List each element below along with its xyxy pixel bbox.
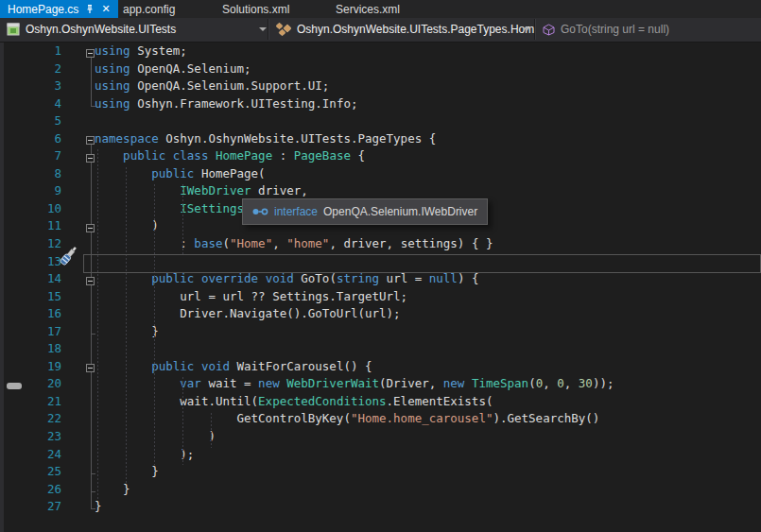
fold-toggle[interactable] <box>86 49 95 58</box>
quickinfo-tooltip: interface OpenQA.Selenium.IWebDriver <box>242 198 488 225</box>
tab-homepage-cs[interactable]: HomePage.cs ✕ <box>0 0 118 18</box>
type-dropdown[interactable]: Oshyn.OshynWebsite.UITests.PageTypes.Hom <box>269 18 539 41</box>
outline-elbow <box>91 106 95 107</box>
line-number[interactable]: 23 <box>0 428 61 446</box>
chevron-down-icon <box>523 27 530 31</box>
code-line[interactable]: 1using System; <box>0 43 761 60</box>
line-number[interactable]: 14 <box>0 270 61 288</box>
close-icon[interactable]: ✕ <box>101 4 110 14</box>
method-icon <box>543 24 555 36</box>
project-dropdown-label: Oshyn.OshynWebsite.UITests <box>26 23 176 36</box>
line-number[interactable]: 24 <box>0 446 61 464</box>
tab-label: Solutions.xml <box>222 3 289 16</box>
code-line[interactable]: 27} <box>0 498 761 516</box>
line-number[interactable]: 9 <box>0 182 61 200</box>
code-line[interactable]: 20 var wait = new WebDriverWait(Driver, … <box>0 375 761 393</box>
line-number[interactable]: 7 <box>0 147 61 165</box>
line-number[interactable]: 26 <box>0 481 61 499</box>
code-line[interactable]: 18 <box>0 340 761 358</box>
member-dropdown-label: GoTo(string url = null) <box>561 23 669 36</box>
tooltip-text: OpenQA.Selenium.IWebDriver <box>323 205 477 218</box>
outline-margin-line <box>91 53 92 106</box>
line-number[interactable]: 17 <box>0 323 61 341</box>
visual-studio-window: { "tabs": { "items": [ {"label": "HomePa… <box>0 0 761 532</box>
indent-guide <box>182 184 183 254</box>
code-text: Driver.Navigate().GoToUrl(url); <box>95 305 401 323</box>
tab-label: Services.xml <box>336 3 400 16</box>
line-number[interactable]: 12 <box>0 235 61 253</box>
code-line[interactable]: 12 : base("Home", "home", driver, settin… <box>0 235 761 253</box>
code-line[interactable]: 26 } <box>0 481 761 499</box>
navigation-bar: Oshyn.OshynWebsite.UITests Oshyn.OshynWe… <box>0 18 761 43</box>
fold-toggle[interactable] <box>86 364 95 372</box>
line-number[interactable]: 6 <box>0 130 61 148</box>
indent-guide <box>211 413 212 448</box>
line-number[interactable]: 21 <box>0 393 61 411</box>
line-number[interactable]: 15 <box>0 288 61 306</box>
line-number[interactable]: 22 <box>0 410 61 428</box>
line-number[interactable]: 13 <box>0 253 61 271</box>
code-editor[interactable]: 1using System;2using OpenQA.Selenium;3us… <box>0 43 761 532</box>
line-number[interactable]: 25 <box>0 463 61 481</box>
current-line-highlight <box>83 254 761 273</box>
member-dropdown[interactable]: GoTo(string url = null) <box>536 18 761 41</box>
tab-services-xml[interactable]: Services.xml <box>336 0 400 18</box>
line-number[interactable]: 2 <box>0 60 61 78</box>
code-text: url = url ?? Settings.TargetUrl; <box>95 288 407 306</box>
line-number[interactable]: 4 <box>0 95 61 113</box>
code-line[interactable]: 24 ); <box>0 446 761 464</box>
code-line[interactable]: 14 public override void GoTo(string url … <box>0 270 761 288</box>
code-line[interactable]: 22 GetControlByKey("Home.home_carousel")… <box>0 410 761 428</box>
indent-guide <box>126 167 127 483</box>
fold-toggle[interactable] <box>86 136 95 145</box>
fold-toggle[interactable] <box>86 224 95 232</box>
line-number[interactable]: 11 <box>0 217 61 235</box>
code-line[interactable]: 19 public void WaitForCarousel() { <box>0 358 761 376</box>
code-line[interactable]: 25 } <box>0 463 761 481</box>
code-text: ); <box>95 446 194 464</box>
code-text: public class HomePage : PageBase { <box>95 147 365 165</box>
pin-icon[interactable] <box>85 4 95 14</box>
tab-bar: HomePage.cs ✕ app.config Solutions.xml S… <box>0 0 761 18</box>
code-text: namespace Oshyn.OshynWebsite.UITests.Pag… <box>95 130 436 148</box>
line-number[interactable]: 3 <box>0 77 61 95</box>
outline-elbow <box>91 473 95 474</box>
outline-elbow <box>91 334 95 335</box>
tab-label: HomePage.cs <box>8 3 78 16</box>
line-number[interactable]: 8 <box>0 165 61 183</box>
class-icon <box>276 23 291 36</box>
tab-label: app.config <box>123 3 175 16</box>
code-line[interactable]: 16 Driver.Navigate().GoToUrl(url); <box>0 305 761 323</box>
line-number[interactable]: 18 <box>0 340 61 358</box>
code-line[interactable]: 8 public HomePage( <box>0 165 761 183</box>
tab-solutions-xml[interactable]: Solutions.xml <box>222 0 289 18</box>
code-text: } <box>95 481 130 499</box>
line-number[interactable]: 1 <box>0 43 61 60</box>
fold-toggle[interactable] <box>86 277 95 285</box>
line-number[interactable]: 16 <box>0 305 61 323</box>
code-line[interactable]: 7 public class HomePage : PageBase { <box>0 147 761 165</box>
tab-app-config[interactable]: app.config <box>123 0 175 18</box>
code-line[interactable]: 17 } <box>0 323 761 341</box>
code-line[interactable]: 23 ) <box>0 428 761 446</box>
fold-toggle[interactable] <box>86 154 95 163</box>
code-line[interactable]: 21 wait.Until(ExpectedConditions.Element… <box>0 393 761 411</box>
code-line[interactable]: 5 <box>0 112 761 130</box>
bookmark-marker <box>7 383 22 389</box>
code-text: using Oshyn.Framework.UITesting.Info; <box>95 95 357 113</box>
outline-elbow <box>91 491 95 492</box>
line-number[interactable]: 10 <box>0 200 61 218</box>
line-number[interactable]: 19 <box>0 358 61 376</box>
indent-guide <box>154 184 155 465</box>
code-line[interactable]: 2using OpenQA.Selenium; <box>0 60 761 78</box>
code-line[interactable]: 15 url = url ?? Settings.TargetUrl; <box>0 288 761 306</box>
code-lines[interactable]: 1using System;2using OpenQA.Selenium;3us… <box>0 43 761 516</box>
line-number[interactable]: 5 <box>0 112 61 130</box>
project-dropdown[interactable]: Oshyn.OshynWebsite.UITests <box>0 18 268 41</box>
outline-elbow <box>91 508 95 509</box>
code-line[interactable]: 6namespace Oshyn.OshynWebsite.UITests.Pa… <box>0 130 761 148</box>
code-line[interactable]: 3using OpenQA.Selenium.Support.UI; <box>0 77 761 95</box>
line-number[interactable]: 27 <box>0 498 61 516</box>
code-line[interactable]: 4using Oshyn.Framework.UITesting.Info; <box>0 95 761 113</box>
code-text: using OpenQA.Selenium.Support.UI; <box>95 77 329 95</box>
